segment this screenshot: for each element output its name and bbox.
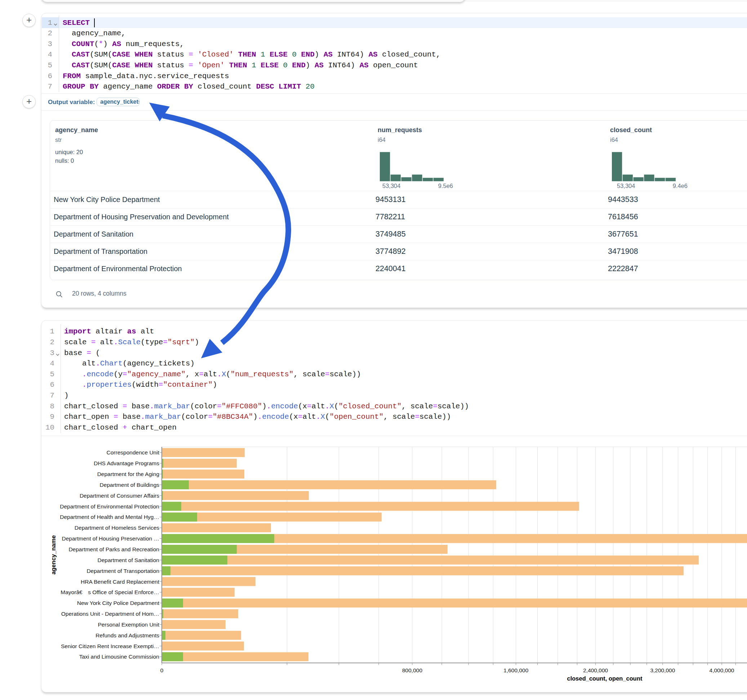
svg-text:New York City Police Departmen: New York City Police Department bbox=[77, 600, 160, 606]
svg-text:Senior Citizen Rent Increase E: Senior Citizen Rent Increase Exempti… bbox=[61, 643, 159, 649]
svg-text:closed_count, open_count: closed_count, open_count bbox=[567, 675, 643, 682]
svg-text:Personal Exemption Unit: Personal Exemption Unit bbox=[98, 622, 159, 628]
svg-text:800,000: 800,000 bbox=[402, 667, 422, 673]
svg-text:Taxi and Limousine Commission: Taxi and Limousine Commission bbox=[79, 653, 159, 660]
svg-text:Department for the Aging: Department for the Aging bbox=[97, 471, 159, 477]
svg-text:Department of Consumer Affairs: Department of Consumer Affairs bbox=[80, 493, 159, 499]
svg-text:2,400,000: 2,400,000 bbox=[583, 667, 608, 673]
svg-text:Department of Buildings: Department of Buildings bbox=[100, 482, 160, 488]
svg-text:Department of Housing Preserva: Department of Housing Preservation … bbox=[62, 536, 159, 542]
svg-text:DHS Advantage Programs: DHS Advantage Programs bbox=[94, 460, 159, 466]
svg-text:3,200,000: 3,200,000 bbox=[650, 667, 675, 673]
svg-text:Correspondence Unit: Correspondence Unit bbox=[107, 450, 160, 456]
svg-text:Mayorâ€ s Office of Special En: Mayorâ€ s Office of Special Enforce… bbox=[60, 589, 159, 595]
svg-text:Department of Environmental Pr: Department of Environmental Protection bbox=[60, 503, 159, 510]
svg-text:1,600,000: 1,600,000 bbox=[504, 667, 528, 673]
svg-text:Department of Health and Menta: Department of Health and Mental Hyg… bbox=[60, 514, 159, 520]
svg-text:Department of Sanitation: Department of Sanitation bbox=[98, 557, 159, 563]
svg-text:Refunds and Adjustments: Refunds and Adjustments bbox=[95, 632, 159, 638]
svg-text:4,000,000: 4,000,000 bbox=[709, 667, 734, 673]
svg-text:Operations Unit - Department o: Operations Unit - Department of Hom… bbox=[61, 611, 159, 617]
svg-text:Department of Homeless Service: Department of Homeless Services bbox=[75, 525, 159, 531]
svg-text:0: 0 bbox=[160, 667, 163, 673]
svg-text:Department of Transportation: Department of Transportation bbox=[86, 568, 159, 574]
svg-text:HRA Benefit Card Replacement: HRA Benefit Card Replacement bbox=[81, 579, 160, 585]
svg-text:agency_name: agency_name bbox=[50, 535, 57, 574]
svg-text:Department of Parks and Recrea: Department of Parks and Recreation bbox=[68, 546, 159, 552]
